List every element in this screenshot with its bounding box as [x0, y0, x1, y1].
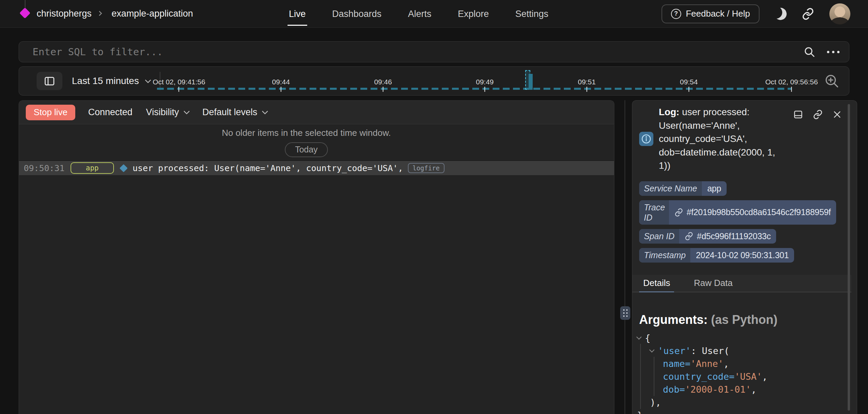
code-line: country_code='USA',	[637, 370, 857, 383]
log-detail-panel: Log: user processed: User(name='Anne',co…	[632, 100, 857, 414]
detail-actions	[793, 109, 842, 120]
attribute-pill[interactable]: Timestamp 2024-10-02 09:50:31.301	[639, 248, 794, 263]
time-range-select[interactable]: Last 15 minutes	[72, 76, 150, 86]
panel-left-icon	[44, 76, 55, 86]
breadcrumb-org[interactable]: christophergs	[37, 8, 92, 19]
sidebar-toggle-button[interactable]	[37, 72, 62, 90]
code-line: 'user': User(	[637, 345, 857, 357]
timeline-tick: 09:54	[680, 78, 698, 92]
link-icon	[802, 7, 814, 20]
feedback-help-button[interactable]: ? Feedback / Help	[662, 4, 760, 23]
stop-live-button[interactable]: Stop live	[26, 105, 75, 120]
code-line: }	[637, 409, 857, 414]
info-icon	[641, 133, 652, 144]
nav-tabs: LiveDashboardsAlertsExploreSettings	[289, 0, 548, 28]
close-panel-button[interactable]	[832, 109, 842, 120]
question-icon: ?	[671, 9, 681, 19]
attribute-pill[interactable]: Service Name app	[639, 181, 727, 196]
log-title-line: country_code='USA',	[659, 132, 798, 146]
arguments-python-tree[interactable]: {'user': User(name='Anne',country_code='…	[637, 332, 857, 414]
attribute-pill[interactable]: Trace ID #f2019b98b550cd8a61546c2f918895…	[639, 200, 836, 225]
nav-tab[interactable]: Explore	[458, 0, 489, 28]
code-line: name='Anne',	[637, 357, 857, 370]
detail-tab[interactable]: Raw Data	[690, 275, 736, 292]
timeline-tick: Oct 02, 09:41:56	[153, 78, 205, 92]
log-row[interactable]: 09:50:31 app user processed: User(name='…	[19, 161, 614, 175]
theme-toggle-button[interactable]	[774, 8, 787, 20]
attribute-pills: Service Name app Trace ID	[632, 181, 857, 263]
share-link-button[interactable]	[802, 7, 814, 20]
timeline-tick: 09:46	[374, 78, 392, 92]
nav-tab[interactable]: Alerts	[408, 0, 431, 28]
close-icon	[832, 110, 842, 119]
moon-icon	[773, 6, 788, 21]
scope-chip[interactable]: logfire	[408, 163, 445, 173]
breadcrumb-project[interactable]: example-application	[112, 8, 193, 19]
log-title-line: 1))	[659, 159, 798, 172]
expand-chevron-icon[interactable]	[649, 347, 655, 353]
today-button[interactable]: Today	[285, 142, 328, 157]
search-icon[interactable]	[803, 46, 815, 58]
log-title-line: dob=datetime.date(2000, 1,	[659, 146, 798, 159]
logfire-app: christophergs example-application LiveDa…	[0, 0, 868, 414]
attribute-value: #d5c996f11192033c	[679, 229, 776, 244]
timeline[interactable]: Oct 02, 09:41:56 09:44 09:46 09:49 09:51	[153, 67, 847, 95]
sql-filter-input[interactable]	[33, 46, 803, 58]
attribute-label: Trace ID	[639, 200, 669, 225]
nav-right: ? Feedback / Help	[662, 3, 868, 24]
zoom-in-icon	[824, 73, 840, 89]
timeline-histogram-bar	[529, 74, 533, 90]
copy-link-button[interactable]	[813, 109, 823, 120]
nav-tab[interactable]: Dashboards	[332, 0, 382, 28]
default-levels-dropdown[interactable]: Default levels	[202, 107, 267, 118]
attribute-label: Service Name	[639, 181, 702, 196]
arguments-heading: Arguments: (as Python)	[639, 313, 857, 327]
log-level-diamond-icon	[119, 164, 127, 172]
live-header: Stop live Connected Visibility Default l…	[19, 101, 614, 124]
timeline-tick: Oct 02, 09:56:56	[765, 78, 818, 92]
link-icon	[685, 232, 693, 241]
link-icon	[674, 208, 683, 217]
top-nav: christophergs example-application LiveDa…	[0, 0, 868, 28]
chevron-down-icon	[262, 108, 268, 114]
code-line: {	[637, 332, 857, 345]
timeline-tick: 09:44	[272, 78, 290, 92]
chevron-down-icon	[145, 77, 151, 83]
indent-guide	[654, 357, 654, 396]
nav-tab[interactable]: Live	[289, 0, 306, 28]
live-log-panel: Stop live Connected Visibility Default l…	[19, 100, 614, 414]
panel-resize-handle[interactable]	[620, 306, 630, 320]
code-line: dob='2000-01-01',	[637, 383, 857, 396]
detail-tab[interactable]: Details	[639, 275, 674, 292]
timeline-zoom-button[interactable]	[824, 73, 840, 89]
dock-panel-button[interactable]	[793, 109, 803, 120]
indent-guide	[640, 344, 641, 409]
code-line: ),	[637, 396, 857, 409]
empty-state: No older items in the selected time wind…	[19, 124, 614, 161]
dock-bottom-icon	[793, 109, 803, 120]
attribute-value: 2024-10-02 09:50:31.301	[690, 248, 794, 263]
breadcrumb: christophergs example-application	[18, 0, 193, 28]
connection-status: Connected	[88, 107, 133, 118]
more-options-icon[interactable]	[827, 51, 840, 53]
log-message: user processed: User(name='Anne', countr…	[133, 163, 403, 173]
sql-filter-bar	[19, 41, 849, 62]
expand-chevron-icon[interactable]	[636, 334, 642, 340]
nav-tab[interactable]: Settings	[515, 0, 549, 28]
attribute-label: Span ID	[639, 229, 679, 244]
log-title-line: User(name='Anne',	[659, 119, 798, 132]
attribute-pill[interactable]: Span ID #d5c996f11192033c	[639, 229, 776, 244]
visibility-dropdown[interactable]: Visibility	[146, 107, 189, 118]
logfire-logo-icon[interactable]	[18, 0, 33, 28]
user-avatar[interactable]	[829, 3, 850, 24]
timeline-tick: 09:51	[578, 78, 596, 92]
log-timestamp: 09:50:31	[24, 163, 65, 173]
attribute-value: app	[702, 181, 727, 196]
service-chip[interactable]: app	[71, 162, 114, 174]
scrollbar-thumb[interactable]	[848, 104, 850, 411]
empty-message: No older items in the selected time wind…	[222, 128, 391, 138]
info-level-icon	[639, 132, 653, 146]
attribute-value: #f2019b98b550cd8a61546c2f9188959f	[669, 200, 836, 225]
log-title: Log: user processed: User(name='Anne',co…	[659, 105, 798, 172]
timeline-tick: 09:49	[476, 78, 494, 92]
